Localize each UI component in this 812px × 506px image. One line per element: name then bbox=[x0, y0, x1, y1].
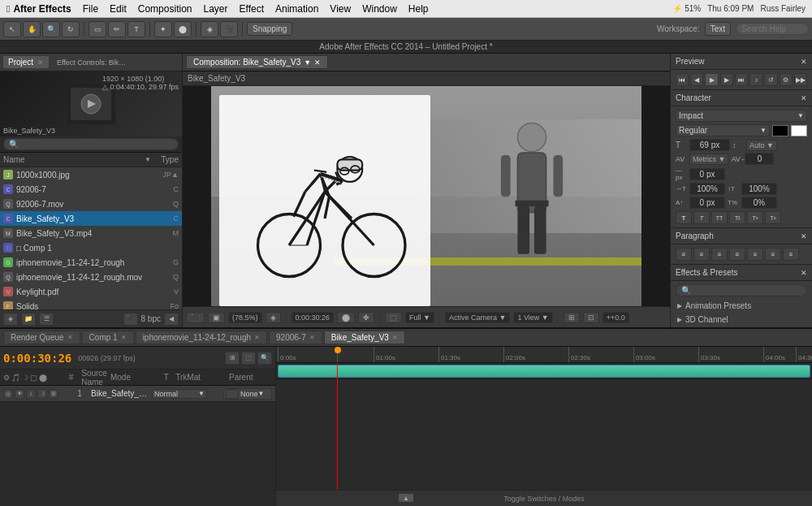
justify-center-btn[interactable]: ≡ bbox=[747, 248, 763, 261]
stroke-color[interactable] bbox=[791, 125, 807, 136]
bike-safety-tab-close[interactable]: ✕ bbox=[392, 334, 398, 341]
col-sort-btn[interactable]: ▼ bbox=[145, 156, 151, 163]
layer-sw-audio[interactable]: ♪ bbox=[26, 389, 36, 399]
paragraph-header[interactable]: Paragraph ✕ bbox=[671, 228, 812, 244]
tool-pen[interactable]: ✏ bbox=[108, 21, 126, 37]
tool-camera[interactable]: 🎥 bbox=[220, 21, 238, 37]
menu-animation[interactable]: Animation bbox=[275, 3, 318, 15]
skip-to-start-btn[interactable]: ⏮ bbox=[676, 73, 689, 86]
font-style-dropdown[interactable]: Regular ▼ bbox=[676, 124, 770, 136]
bold-btn[interactable]: T bbox=[676, 211, 692, 224]
menu-layer[interactable]: Layer bbox=[203, 3, 227, 15]
small-caps-btn[interactable]: Tt bbox=[729, 211, 745, 224]
horiz-scale-input[interactable] bbox=[689, 183, 725, 195]
zoom-display[interactable]: (78.5%) bbox=[228, 312, 262, 323]
effect-3d-channel[interactable]: ▶ 3D Channel bbox=[676, 313, 807, 327]
tl-layer-btn[interactable]: ⊞ bbox=[225, 352, 240, 365]
playhead-marker[interactable] bbox=[335, 347, 341, 353]
vert-scale-input[interactable] bbox=[741, 183, 777, 195]
preview-settings-btn[interactable]: ⚙ bbox=[780, 73, 793, 86]
tool-shape-rect[interactable]: ▭ bbox=[89, 21, 106, 37]
step-forward-btn[interactable]: ▶ bbox=[720, 73, 733, 86]
view-count-dropdown[interactable]: 1 View ▼ bbox=[513, 312, 552, 323]
baseline-shift-input[interactable] bbox=[689, 197, 725, 209]
toggle-pixel-aspect-btn[interactable]: ⊡ bbox=[583, 312, 599, 323]
menu-window[interactable]: Window bbox=[362, 3, 397, 15]
effect-controls-tab[interactable]: Effect Controls: Bike_Safety_V3... ✕ bbox=[52, 57, 133, 68]
baseline-input[interactable] bbox=[689, 168, 725, 180]
tool-paint[interactable]: ⬤ bbox=[174, 21, 192, 37]
tool-rotate[interactable]: ↻ bbox=[62, 21, 80, 37]
always-preview-btn[interactable]: ⬛ bbox=[186, 312, 205, 323]
new-folder-btn[interactable]: 📁 bbox=[21, 313, 36, 326]
tool-zoom[interactable]: 🔍 bbox=[42, 21, 60, 37]
92006-tab-close[interactable]: ✕ bbox=[309, 334, 315, 341]
video-clip-bar[interactable] bbox=[278, 365, 810, 378]
audio-btn[interactable]: ♪ bbox=[749, 73, 762, 86]
fill-color[interactable] bbox=[772, 125, 788, 136]
effect-audio[interactable]: ▶ Audio bbox=[676, 327, 807, 327]
ram-preview-btn[interactable]: ▶▶ bbox=[794, 73, 807, 86]
justify-all-btn[interactable]: ≡ bbox=[783, 248, 799, 261]
tool-puppet[interactable]: ◈ bbox=[201, 21, 218, 37]
justify-right-btn[interactable]: ≡ bbox=[765, 248, 781, 261]
view-dropdown[interactable]: Active Camera ▼ bbox=[445, 312, 510, 323]
comp-tab-main[interactable]: Composition: Bike_Safety_V3 ▼ ✕ bbox=[186, 55, 328, 69]
effects-menu[interactable]: ✕ bbox=[801, 269, 807, 277]
effects-presets-header[interactable]: Effects & Presets ✕ bbox=[671, 265, 812, 281]
tracking-input[interactable] bbox=[745, 153, 774, 165]
justify-left-btn[interactable]: ≡ bbox=[729, 248, 745, 261]
preview-menu[interactable]: ✕ bbox=[801, 58, 807, 66]
timecode-display[interactable]: 0:00:30:26 bbox=[292, 312, 335, 323]
tab-iphone[interactable]: iphonemovie_11-24-12_rough ✕ bbox=[136, 331, 267, 344]
superscript-btn[interactable]: Ts bbox=[747, 211, 763, 224]
menu-effect[interactable]: Effect bbox=[240, 3, 264, 15]
all-caps-btn[interactable]: TT bbox=[711, 211, 728, 224]
tl-search-btn[interactable]: 🔍 bbox=[257, 352, 272, 365]
tab-bike-safety-v3[interactable]: Bike_Safety_V3 ✕ bbox=[324, 331, 405, 344]
panel-menu-btn[interactable]: ☰ bbox=[39, 313, 54, 326]
italic-btn[interactable]: T bbox=[693, 211, 710, 224]
effect-animation-presets[interactable]: ▶ Animation Presets bbox=[676, 299, 807, 313]
comp-tab-close[interactable]: ✕ bbox=[314, 58, 321, 67]
tab-92006[interactable]: 92006-7 ✕ bbox=[269, 331, 322, 344]
snapping-toggle[interactable]: Snapping bbox=[247, 22, 292, 36]
list-item[interactable]: J 1000x1000.jpg JP▲ bbox=[0, 167, 182, 182]
color-depth-btn[interactable]: ⬛ bbox=[123, 313, 138, 326]
layer-trkmat-dropdown[interactable]: None ▼ bbox=[223, 388, 272, 400]
effects-search-input[interactable] bbox=[676, 284, 807, 296]
timecode-btn[interactable]: ⬤ bbox=[337, 312, 355, 323]
zoom-toggle-btn[interactable]: ◈ bbox=[266, 312, 281, 323]
snap-to-grid-btn[interactable]: ✤ bbox=[358, 312, 374, 323]
character-header[interactable]: Character ✕ bbox=[671, 90, 812, 106]
quality-dropdown[interactable]: Full ▼ bbox=[405, 312, 434, 323]
tsumi-input[interactable] bbox=[741, 197, 777, 209]
font-size-input[interactable] bbox=[689, 139, 730, 151]
list-item[interactable]: G iphonemovie_11-24-12_rough G bbox=[0, 255, 182, 270]
timeline-layer-row-1[interactable]: ◎ 👁 ♪ ☽ ⊞ 1 Bike_Safety_V3.mp4 Normal ▼ … bbox=[0, 386, 275, 402]
font-family-dropdown[interactable]: Impact ▼ bbox=[676, 110, 807, 122]
leading-dropdown[interactable]: Auto ▼ bbox=[746, 140, 777, 151]
tool-select[interactable]: ↖ bbox=[3, 21, 21, 37]
scroll-to-current-btn[interactable]: ▲ bbox=[398, 493, 414, 503]
project-tab-close[interactable]: ✕ bbox=[37, 58, 44, 67]
render-queue-tab-close[interactable]: ✕ bbox=[67, 334, 73, 341]
toggle-switches-label[interactable]: Toggle Switches / Modes bbox=[503, 495, 585, 503]
align-right-btn[interactable]: ≡ bbox=[711, 248, 728, 261]
tl-mask-btn[interactable]: ⬚ bbox=[241, 352, 256, 365]
preview-header[interactable]: Preview ✕ bbox=[671, 54, 812, 70]
tool-clone[interactable]: ✦ bbox=[154, 21, 172, 37]
character-menu[interactable]: ✕ bbox=[801, 94, 807, 102]
layer-sw-solo[interactable]: ◎ bbox=[3, 389, 13, 399]
project-tab[interactable]: Project ✕ bbox=[3, 56, 49, 68]
menu-edit[interactable]: Edit bbox=[110, 3, 127, 15]
project-search-input[interactable] bbox=[3, 138, 179, 150]
tab-comp1[interactable]: Comp 1 ✕ bbox=[82, 331, 134, 344]
choose-grid-btn[interactable]: ⊞ bbox=[564, 312, 580, 323]
loop-btn[interactable]: ↺ bbox=[764, 73, 777, 86]
list-item[interactable]: Q iphonemovie_11-24-12_rough.mov Q bbox=[0, 270, 182, 284]
align-left-btn[interactable]: ≡ bbox=[676, 248, 692, 261]
comp-tab-menu[interactable]: ▼ bbox=[304, 58, 311, 67]
layer-sw-shy[interactable]: ☽ bbox=[37, 389, 47, 399]
app-name[interactable]: After Effects bbox=[13, 3, 71, 15]
